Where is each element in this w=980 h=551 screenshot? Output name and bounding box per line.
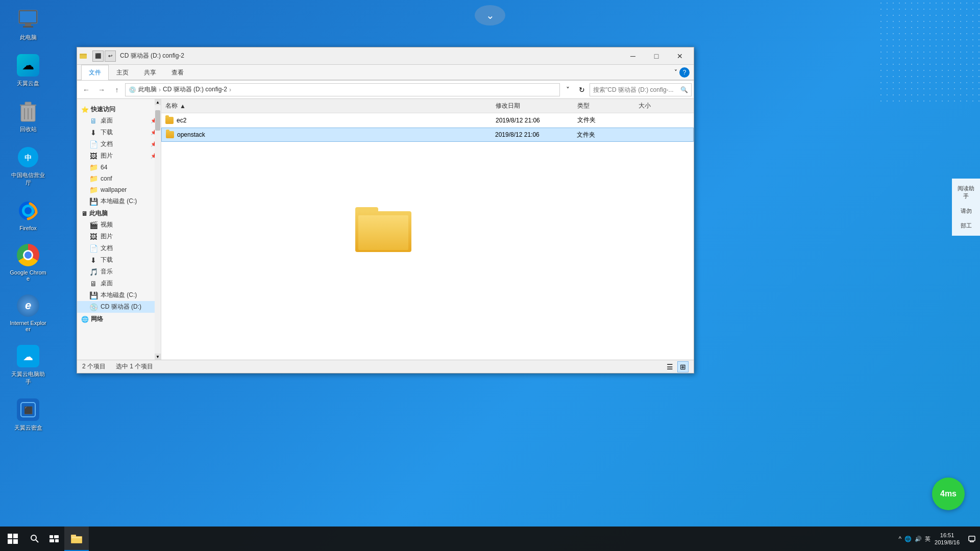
- breadcrumb-this-pc[interactable]: 此电脑: [138, 85, 157, 94]
- sidebar-item-desktop-pc[interactable]: 🖥 桌面: [77, 278, 161, 289]
- sidebar-item-videos[interactable]: 🎬 视频: [77, 219, 161, 231]
- address-bar[interactable]: 💿 此电脑 › CD 驱动器 (D:) config-2 ›: [125, 83, 560, 96]
- sidebar-item-local-c[interactable]: 💾 本地磁盘 (C:): [77, 195, 161, 207]
- maximize-button[interactable]: □: [645, 47, 668, 65]
- file-explorer-window: ⬛ ↩ CD 驱动器 (D:) config-2 ─ □ ✕ 文件 主页 共享 …: [77, 47, 694, 373]
- sidebar-item-documents-pc[interactable]: 📄 文档: [77, 242, 161, 254]
- svg-rect-5: [25, 102, 31, 105]
- sidebar-item-64[interactable]: 📁 64: [77, 162, 161, 173]
- ie-label: Internet Explorer: [10, 320, 46, 332]
- sidebar-item-drive-c[interactable]: 💾 本地磁盘 (C:): [77, 289, 161, 301]
- tray-icons: ^ 🌐 🔊 英: [898, 535, 930, 543]
- sidebar-item-downloads[interactable]: ⬇ 下载 📌: [77, 127, 161, 138]
- search-bar[interactable]: 🔍: [590, 83, 692, 96]
- svg-text:中: 中: [24, 154, 32, 162]
- documents-pc-icon: 📄: [89, 244, 97, 253]
- sidebar-scroll-up-arrow[interactable]: ▲: [155, 99, 161, 105]
- minimize-button[interactable]: ─: [621, 47, 645, 65]
- sidebar-item-conf[interactable]: 📁 conf: [77, 173, 161, 184]
- panel-item-dnd[interactable]: 请勿: [954, 205, 978, 217]
- tray-show-hidden-button[interactable]: ^: [898, 535, 901, 542]
- panel-item-tool[interactable]: 部工: [954, 220, 978, 232]
- address-dropdown-button[interactable]: ˅: [561, 83, 574, 96]
- details-view-button[interactable]: ☰: [664, 361, 675, 372]
- refresh-button[interactable]: ↻: [575, 83, 589, 96]
- scroll-down-button[interactable]: ⌄: [475, 5, 505, 26]
- desktop-icon-cloud[interactable]: ☁ 天翼云盘: [8, 51, 48, 89]
- breadcrumb-drive[interactable]: CD 驱动器 (D:) config-2: [163, 85, 227, 94]
- col-date-header[interactable]: 修改日期: [496, 102, 577, 110]
- tab-file[interactable]: 文件: [81, 65, 109, 80]
- taskbar-search-button[interactable]: [26, 527, 44, 551]
- close-button[interactable]: ✕: [668, 47, 692, 65]
- title-bar: ⬛ ↩ CD 驱动器 (D:) config-2 ─ □ ✕: [77, 47, 694, 65]
- ribbon-help-button[interactable]: ?: [679, 67, 690, 78]
- sidebar-quick-access-header[interactable]: ⭐ 快速访问: [77, 103, 161, 115]
- desktop-icon-cloud3[interactable]: ⬛ 天翼云密盒: [8, 395, 48, 434]
- search-input[interactable]: [593, 86, 678, 93]
- tray-date: 2019/8/16: [935, 539, 960, 546]
- sidebar-item-pictures-pc[interactable]: 🖼 图片: [77, 231, 161, 242]
- sidebar-item-pictures[interactable]: 🖼 图片 📌: [77, 150, 161, 162]
- up-button[interactable]: ↑: [110, 83, 124, 97]
- tab-share[interactable]: 共享: [136, 65, 164, 80]
- desktop-icon-recycle[interactable]: 回收站: [8, 97, 48, 135]
- table-row[interactable]: ec2 2019/8/12 21:06 文件夹: [161, 113, 694, 128]
- sidebar-item-downloads-pc[interactable]: ⬇ 下载: [77, 254, 161, 266]
- col-name-header[interactable]: 名称 ▲: [165, 102, 496, 110]
- sidebar-wallpaper-label: wallpaper: [101, 186, 127, 193]
- sidebar-scroll-down-arrow[interactable]: ▼: [155, 354, 161, 360]
- desktop-icon-ie[interactable]: e Internet Explorer: [8, 291, 48, 334]
- desktop-icon-china-telecom[interactable]: 中 中国电信营业厅: [8, 143, 48, 189]
- network-tray-icon[interactable]: 🌐: [904, 536, 912, 542]
- back-button[interactable]: ←: [79, 83, 93, 97]
- cloud2-icon: ☁: [16, 344, 40, 368]
- taskbar-file-explorer-button[interactable]: [64, 527, 89, 551]
- quick-properties-button[interactable]: ⬛: [92, 51, 104, 62]
- desktop: ⌄ 此电脑 ☁ 天翼云盘: [0, 0, 980, 551]
- file-list-header: 名称 ▲ 修改日期 类型 大小: [161, 99, 694, 113]
- quick-undo-button[interactable]: ↩: [105, 51, 116, 62]
- svg-rect-22: [50, 535, 53, 538]
- desktop-icon-computer[interactable]: 此电脑: [8, 5, 48, 43]
- sidebar-item-desktop[interactable]: 🖥 桌面 📌: [77, 115, 161, 127]
- panel-item-read[interactable]: 阅读助手: [954, 183, 978, 202]
- ribbon-collapse-button[interactable]: ˅: [674, 69, 677, 76]
- sidebar-item-drive-d[interactable]: 💿 CD 驱动器 (D:): [77, 301, 161, 313]
- sidebar-music-label: 音乐: [101, 267, 113, 276]
- music-icon: 🎵: [89, 268, 97, 276]
- recycle-bin-label: 回收站: [20, 126, 37, 133]
- type-header-text: 类型: [577, 102, 590, 109]
- desktop-icon-cloud2[interactable]: ☁ 天翼云电脑助手: [8, 342, 48, 388]
- action-center-button[interactable]: [964, 527, 980, 551]
- col-size-header[interactable]: 大小: [639, 102, 690, 110]
- sidebar-this-pc-header[interactable]: 🖥 此电脑: [77, 207, 161, 219]
- sidebar-item-music[interactable]: 🎵 音乐: [77, 266, 161, 278]
- sidebar-network-header[interactable]: 🌐 网络: [77, 313, 161, 324]
- sidebar-64-label: 64: [101, 164, 107, 171]
- list-view-button[interactable]: ⊞: [677, 361, 689, 372]
- task-view-button[interactable]: [44, 527, 64, 551]
- name-header-text: 名称: [165, 102, 178, 110]
- volume-tray-icon[interactable]: 🔊: [915, 536, 922, 542]
- tab-home[interactable]: 主页: [109, 65, 136, 80]
- file-openstack-type: 文件夹: [577, 131, 638, 139]
- desktop-icon-firefox[interactable]: Firefox: [8, 196, 48, 233]
- tray-clock[interactable]: 16:51 2019/8/16: [930, 532, 964, 546]
- forward-button[interactable]: →: [94, 83, 109, 97]
- tab-view[interactable]: 查看: [164, 65, 191, 80]
- item-count: 2 个项目: [82, 362, 106, 371]
- sidebar-item-documents[interactable]: 📄 文档 📌: [77, 138, 161, 150]
- sidebar-scrollbar-thumb[interactable]: [155, 110, 160, 131]
- col-type-header[interactable]: 类型: [577, 102, 639, 110]
- table-row[interactable]: openstack 2019/8/12 21:06 文件夹: [161, 128, 694, 142]
- sidebar-documents-pc-label: 文档: [101, 244, 113, 253]
- desktop-icon-chrome[interactable]: Google Chrome: [8, 241, 48, 284]
- start-button[interactable]: [0, 527, 26, 551]
- sidebar-item-wallpaper[interactable]: 📁 wallpaper: [77, 184, 161, 195]
- ping-badge: 4ms: [932, 478, 965, 510]
- sidebar-pictures-pc-label: 图片: [101, 232, 113, 241]
- content-area: ▲ ▼ ⭐ 快速访问 🖥 桌面 📌 ⬇ 下载: [77, 99, 694, 360]
- sort-asc-icon: ▲: [180, 103, 186, 110]
- date-header-text: 修改日期: [496, 102, 520, 109]
